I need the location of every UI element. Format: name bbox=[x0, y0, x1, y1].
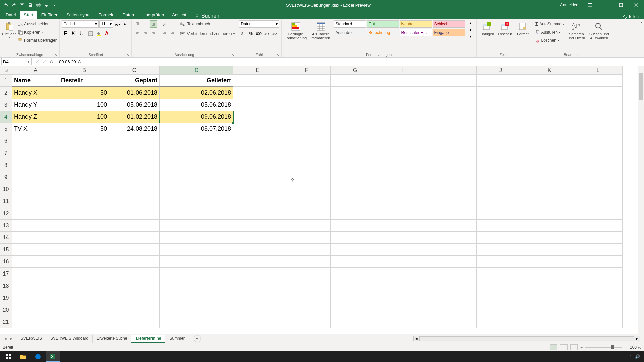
col-header-B[interactable]: B bbox=[59, 66, 109, 75]
cell-E3[interactable] bbox=[233, 99, 282, 111]
save-icon[interactable] bbox=[28, 2, 33, 8]
indent-decrease-icon[interactable] bbox=[161, 30, 168, 37]
cell-D15[interactable] bbox=[160, 244, 233, 256]
cell-G14[interactable] bbox=[331, 232, 379, 244]
cell-D13[interactable] bbox=[160, 220, 233, 232]
comma-icon[interactable]: 000 bbox=[255, 30, 263, 37]
cell-A4[interactable]: Handy Z bbox=[12, 111, 59, 123]
tab-layout[interactable]: Seitenlayout bbox=[62, 11, 95, 19]
excel-taskbar-icon[interactable]: X bbox=[46, 351, 60, 362]
cell-I21[interactable] bbox=[428, 316, 477, 328]
cell-F17[interactable] bbox=[282, 268, 331, 280]
cell-H3[interactable] bbox=[379, 99, 428, 111]
format-cells-button[interactable]: Format bbox=[515, 20, 531, 36]
cell-F1[interactable] bbox=[282, 75, 331, 87]
cell-I12[interactable] bbox=[428, 207, 477, 220]
cell-I14[interactable] bbox=[428, 232, 477, 244]
cell-J17[interactable] bbox=[477, 268, 525, 280]
cell-H9[interactable] bbox=[379, 171, 428, 183]
cell-D8[interactable] bbox=[160, 159, 233, 171]
col-header-F[interactable]: F bbox=[282, 66, 331, 75]
cell-L8[interactable] bbox=[574, 159, 623, 171]
sort-filter-button[interactable]: AZSortieren und Filtern bbox=[566, 20, 587, 40]
cell-G11[interactable] bbox=[331, 195, 379, 207]
cell-F3[interactable] bbox=[282, 99, 331, 111]
cell-J2[interactable] bbox=[477, 87, 525, 99]
cell-H12[interactable] bbox=[379, 207, 428, 220]
cell-F14[interactable] bbox=[282, 232, 331, 244]
cell-F21[interactable] bbox=[282, 316, 331, 328]
col-header-E[interactable]: E bbox=[233, 66, 282, 75]
cell-A15[interactable] bbox=[12, 244, 59, 256]
cell-L18[interactable] bbox=[574, 280, 623, 292]
cell-C2[interactable]: 01.06.2018 bbox=[109, 87, 160, 99]
cell-I10[interactable] bbox=[428, 183, 477, 195]
tab-start[interactable]: Start bbox=[20, 11, 37, 19]
align-center-icon[interactable] bbox=[142, 30, 149, 37]
share-button[interactable]: Teilen bbox=[622, 14, 644, 19]
row-header-6[interactable]: 6 bbox=[0, 135, 12, 147]
cell-I18[interactable] bbox=[428, 280, 477, 292]
tab-view[interactable]: Ansicht bbox=[168, 11, 191, 19]
cell-F15[interactable] bbox=[282, 244, 331, 256]
cell-I9[interactable] bbox=[428, 171, 477, 183]
scrollbar-vertical[interactable] bbox=[638, 66, 644, 334]
cell-B12[interactable] bbox=[59, 207, 109, 220]
cell-I4[interactable] bbox=[428, 111, 477, 123]
cell-I11[interactable] bbox=[428, 195, 477, 207]
cell-G1[interactable] bbox=[331, 75, 379, 87]
maximize-icon[interactable] bbox=[613, 0, 629, 10]
zoom-out-icon[interactable]: − bbox=[580, 345, 583, 350]
cell-I19[interactable] bbox=[428, 292, 477, 304]
cell-E4[interactable] bbox=[233, 111, 282, 123]
cell-D17[interactable] bbox=[160, 268, 233, 280]
cell-C19[interactable] bbox=[109, 292, 160, 304]
cell-D3[interactable]: 05.06.2018 bbox=[160, 99, 233, 111]
cell-B2[interactable]: 50 bbox=[59, 87, 109, 99]
cell-J13[interactable] bbox=[477, 220, 525, 232]
cell-B17[interactable] bbox=[59, 268, 109, 280]
col-header-G[interactable]: G bbox=[331, 66, 379, 75]
cell-E20[interactable] bbox=[233, 304, 282, 316]
print-icon[interactable] bbox=[36, 2, 41, 8]
cell-F2[interactable] bbox=[282, 87, 331, 99]
cell-C10[interactable] bbox=[109, 183, 160, 195]
cell-G9[interactable] bbox=[331, 171, 379, 183]
gallery-down-icon[interactable]: ▼ bbox=[467, 27, 474, 33]
cell-E1[interactable] bbox=[233, 75, 282, 87]
cell-K14[interactable] bbox=[525, 232, 574, 244]
cell-G8[interactable] bbox=[331, 159, 379, 171]
cell-L1[interactable] bbox=[574, 75, 623, 87]
tab-data[interactable]: Daten bbox=[118, 11, 138, 19]
cell-J3[interactable] bbox=[477, 99, 525, 111]
cell-B11[interactable] bbox=[59, 195, 109, 207]
cell-D2[interactable]: 02.06.2018 bbox=[160, 87, 233, 99]
cell-style-ausgabe[interactable]: Ausgabe bbox=[334, 29, 366, 36]
align-left-icon[interactable] bbox=[134, 30, 141, 37]
increase-font-icon[interactable]: A▲ bbox=[114, 20, 121, 28]
cell-C12[interactable] bbox=[109, 207, 160, 220]
decrease-decimal-icon[interactable]: .00 bbox=[271, 30, 279, 37]
touch-icon[interactable] bbox=[44, 2, 49, 8]
align-middle-icon[interactable] bbox=[142, 20, 149, 28]
fbar-cancel-icon[interactable]: ✕ bbox=[34, 58, 40, 65]
cell-B10[interactable] bbox=[59, 183, 109, 195]
cell-G17[interactable] bbox=[331, 268, 379, 280]
cell-K1[interactable] bbox=[525, 75, 574, 87]
row-header-3[interactable]: 3 bbox=[0, 99, 12, 111]
cell-A13[interactable] bbox=[12, 220, 59, 232]
row-header-12[interactable]: 12 bbox=[0, 207, 12, 220]
cell-H7[interactable] bbox=[379, 147, 428, 159]
fill-color-button[interactable] bbox=[95, 30, 102, 37]
cell-B18[interactable] bbox=[59, 280, 109, 292]
cell-L13[interactable] bbox=[574, 220, 623, 232]
cell-A17[interactable] bbox=[12, 268, 59, 280]
cell-K16[interactable] bbox=[525, 256, 574, 268]
cell-K20[interactable] bbox=[525, 304, 574, 316]
cell-style-standard[interactable]: Standard bbox=[334, 20, 366, 28]
cell-F20[interactable] bbox=[282, 304, 331, 316]
row-header-18[interactable]: 18 bbox=[0, 280, 12, 292]
col-header-C[interactable]: C bbox=[109, 66, 160, 75]
sheet-nav-prev-icon[interactable]: ◄ bbox=[3, 336, 7, 341]
tab-review[interactable]: Überprüfen bbox=[138, 11, 168, 19]
